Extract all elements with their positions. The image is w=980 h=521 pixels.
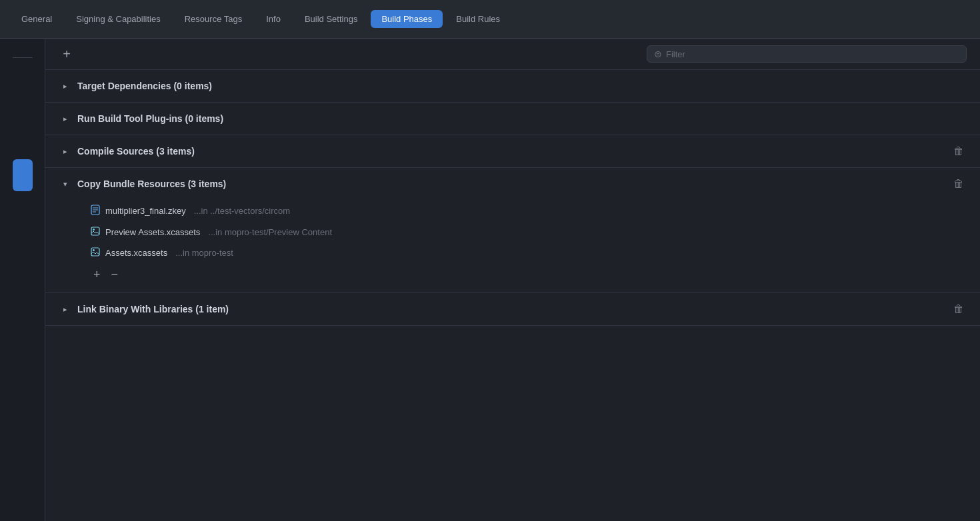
filter-input[interactable] [666, 49, 959, 59]
tab-build-phases[interactable]: Build Phases [371, 10, 443, 28]
file-name-1: Preview Assets.xcassets [105, 227, 200, 237]
svg-point-5 [93, 229, 95, 231]
phase-section-run-build-tool: ▸Run Build Tool Plug-ins (0 items) [45, 103, 980, 135]
phase-content-copy-bundle-resources: multiplier3_final.zkey...in ../test-vect… [45, 200, 980, 292]
phase-sub-toolbar-copy-bundle-resources: +− [59, 263, 967, 284]
svg-rect-6 [91, 248, 99, 256]
tab-signing[interactable]: Signing & Capabilities [65, 10, 171, 28]
file-row-0[interactable]: multiplier3_final.zkey...in ../test-vect… [59, 200, 967, 222]
delete-phase-button-compile-sources[interactable]: 🗑 [951, 143, 967, 160]
file-path-1: ...in mopro-test/Preview Content [208, 227, 332, 237]
phase-title-copy-bundle-resources: Copy Bundle Resources (3 items) [77, 179, 226, 189]
main-container: + ⊜ ▸Target Dependencies (0 items)▸Run B… [0, 39, 980, 521]
phase-title-run-build-tool: Run Build Tool Plug-ins (0 items) [77, 113, 223, 124]
file-row-2[interactable]: Assets.xcassets...in mopro-test [59, 243, 967, 263]
phase-section-compile-sources: ▸Compile Sources (3 items)🗑 [45, 135, 980, 168]
svg-point-7 [93, 249, 95, 251]
content-area: + ⊜ ▸Target Dependencies (0 items)▸Run B… [45, 39, 980, 521]
svg-rect-4 [91, 227, 99, 235]
file-path-2: ...in mopro-test [175, 248, 233, 258]
chevron-icon-target-dependencies: ▸ [59, 79, 72, 93]
delete-phase-button-copy-bundle-resources[interactable]: 🗑 [951, 175, 967, 193]
phases-container: ▸Target Dependencies (0 items)▸Run Build… [45, 70, 980, 326]
phase-title-compile-sources: Compile Sources (3 items) [77, 146, 195, 157]
remove-item-button-copy-bundle-resources[interactable]: − [109, 267, 121, 282]
sidebar-active-indicator [13, 159, 33, 191]
phase-header-link-binary-with-libraries[interactable]: ▸Link Binary With Libraries (1 item)🗑 [45, 293, 980, 325]
image-file-icon [91, 227, 100, 238]
filter-icon: ⊜ [654, 49, 662, 59]
phase-header-target-dependencies[interactable]: ▸Target Dependencies (0 items) [45, 70, 980, 102]
file-name-2: Assets.xcassets [105, 248, 167, 258]
chevron-icon-link-binary-with-libraries: ▸ [59, 302, 72, 316]
filter-container: ⊜ [647, 45, 967, 63]
tab-bar: GeneralSigning & CapabilitiesResource Ta… [0, 0, 980, 39]
tab-resource-tags[interactable]: Resource Tags [174, 10, 253, 28]
file-path-0: ...in ../test-vectors/circom [194, 206, 290, 216]
phase-title-link-binary-with-libraries: Link Binary With Libraries (1 item) [77, 304, 229, 314]
chevron-icon-copy-bundle-resources: ▾ [59, 177, 72, 191]
phase-header-copy-bundle-resources[interactable]: ▾Copy Bundle Resources (3 items)🗑 [45, 168, 980, 200]
tab-build-rules[interactable]: Build Rules [445, 10, 511, 28]
delete-phase-button-link-binary-with-libraries[interactable]: 🗑 [951, 300, 967, 318]
tab-general[interactable]: General [11, 10, 63, 28]
phase-section-copy-bundle-resources: ▾Copy Bundle Resources (3 items)🗑multipl… [45, 168, 980, 293]
image-file-icon [91, 247, 100, 259]
add-item-button-copy-bundle-resources[interactable]: + [91, 267, 103, 282]
phase-title-target-dependencies: Target Dependencies (0 items) [77, 81, 212, 91]
chevron-icon-compile-sources: ▸ [59, 145, 72, 158]
sidebar-divider [13, 57, 33, 58]
file-icon [91, 205, 100, 217]
phase-header-compile-sources[interactable]: ▸Compile Sources (3 items)🗑 [45, 135, 980, 167]
file-name-0: multiplier3_final.zkey [105, 206, 186, 216]
build-phases-toolbar: + ⊜ [45, 39, 980, 70]
add-phase-button[interactable]: + [59, 46, 75, 62]
phase-section-target-dependencies: ▸Target Dependencies (0 items) [45, 70, 980, 103]
phase-header-run-build-tool[interactable]: ▸Run Build Tool Plug-ins (0 items) [45, 103, 980, 135]
chevron-icon-run-build-tool: ▸ [59, 112, 72, 125]
phase-section-link-binary-with-libraries: ▸Link Binary With Libraries (1 item)🗑 [45, 293, 980, 326]
tab-build-settings[interactable]: Build Settings [294, 10, 369, 28]
tab-info[interactable]: Info [255, 10, 291, 28]
sidebar [0, 39, 45, 521]
file-row-1[interactable]: Preview Assets.xcassets...in mopro-test/… [59, 222, 967, 243]
